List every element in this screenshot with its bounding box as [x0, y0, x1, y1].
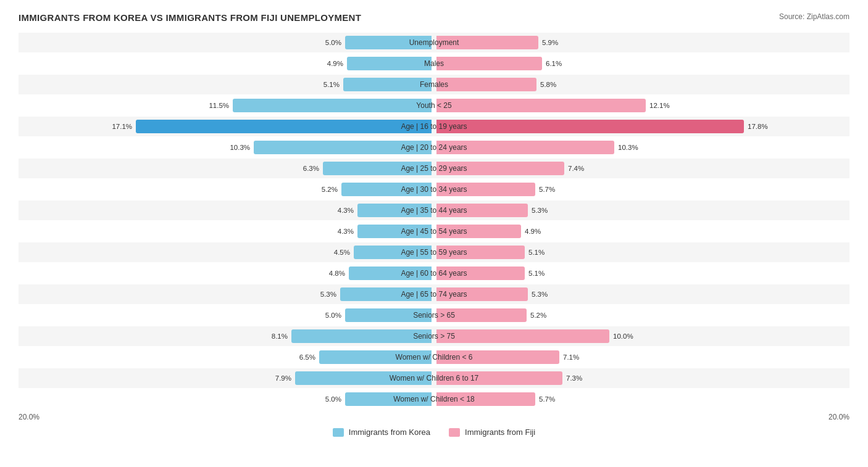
table-row: 4.8% Age | 60 to 64 years 5.1% [19, 263, 849, 283]
chart-header: IMMIGRANTS FROM KOREA VS IMMIGRANTS FROM… [19, 12, 849, 23]
right-section: 6.1% [434, 54, 849, 73]
left-value: 4.3% [338, 228, 354, 235]
right-bar [436, 57, 542, 70]
left-value: 8.1% [272, 333, 288, 340]
right-section: 7.4% [434, 159, 849, 178]
right-bar [436, 392, 535, 406]
left-section: 17.1% [19, 117, 434, 136]
left-value: 5.3% [320, 291, 336, 298]
right-section: 5.9% [434, 33, 849, 52]
right-value: 6.1% [546, 60, 562, 67]
right-value: 7.3% [566, 374, 582, 382]
left-bar [347, 57, 432, 70]
left-section: 4.8% [19, 263, 434, 283]
right-bar [436, 267, 525, 280]
table-row: 6.3% Age | 25 to 29 years 7.4% [19, 159, 849, 178]
left-value: 4.5% [334, 249, 350, 256]
left-value: 5.0% [325, 395, 341, 403]
table-row: 4.3% Age | 35 to 44 years 5.3% [19, 200, 849, 220]
left-bar [354, 246, 432, 259]
right-bar [436, 350, 559, 364]
right-section: 10.0% [434, 326, 849, 346]
right-bar [436, 329, 609, 343]
table-row: 5.3% Age | 65 to 74 years 5.3% [19, 284, 849, 304]
left-value: 11.5% [209, 102, 229, 109]
left-value: 5.2% [322, 186, 338, 193]
right-section: 5.1% [434, 242, 849, 262]
right-bar [436, 78, 536, 91]
right-value: 5.7% [539, 186, 555, 193]
left-section: 6.5% [19, 347, 434, 367]
table-row: 5.1% Females 5.8% [19, 75, 849, 94]
legend-color-fiji [449, 428, 460, 437]
right-bar [436, 287, 528, 301]
left-bar [345, 392, 432, 406]
right-section: 17.8% [434, 117, 849, 136]
left-section: 4.9% [19, 54, 434, 73]
right-section: 5.3% [434, 200, 849, 220]
left-bar [323, 162, 432, 175]
left-bar [233, 99, 432, 112]
left-section: 5.2% [19, 180, 434, 199]
legend-label-korea: Immigrants from Korea [349, 428, 430, 437]
left-section: 5.0% [19, 305, 434, 325]
left-bar [319, 350, 432, 364]
table-row: 17.1% Age | 16 to 19 years 17.8% [19, 117, 849, 136]
left-section: 6.3% [19, 159, 434, 178]
left-value: 7.9% [275, 374, 291, 382]
right-section: 5.3% [434, 284, 849, 304]
chart-container: IMMIGRANTS FROM KOREA VS IMMIGRANTS FROM… [19, 12, 849, 437]
right-section: 5.1% [434, 263, 849, 283]
left-value: 5.0% [325, 312, 341, 319]
right-value: 5.2% [530, 312, 546, 319]
table-row: 8.1% Seniors > 75 10.0% [19, 326, 849, 346]
right-bar [436, 162, 564, 175]
left-bar [340, 287, 432, 301]
right-section: 5.7% [434, 180, 849, 199]
right-section: 12.1% [434, 96, 849, 115]
left-value: 5.1% [323, 81, 340, 88]
right-section: 5.8% [434, 75, 849, 94]
axis-left: 20.0% [19, 413, 434, 421]
right-bar [436, 204, 528, 217]
left-bar [345, 308, 432, 322]
left-section: 7.9% [19, 368, 434, 388]
right-value: 4.9% [525, 228, 541, 235]
legend-color-korea [333, 428, 344, 437]
left-section: 5.1% [19, 75, 434, 94]
right-bar [436, 371, 562, 385]
legend-label-fiji: Immigrants from Fiji [465, 428, 535, 437]
table-row: 11.5% Youth < 25 12.1% [19, 96, 849, 115]
right-bar [436, 308, 527, 322]
right-value: 7.4% [568, 165, 584, 172]
left-section: 5.0% [19, 389, 434, 409]
left-bar [343, 78, 432, 91]
left-section: 5.3% [19, 284, 434, 304]
right-value: 5.9% [542, 39, 558, 46]
right-value: 5.1% [528, 249, 545, 256]
left-value: 10.3% [230, 144, 250, 151]
left-value: 5.0% [325, 39, 341, 46]
left-value: 6.3% [303, 165, 319, 172]
right-bar [436, 120, 744, 133]
left-bar [136, 120, 432, 133]
right-section: 7.1% [434, 347, 849, 367]
right-bar [436, 246, 525, 259]
left-value: 4.8% [329, 270, 345, 277]
left-section: 5.0% [19, 33, 434, 52]
table-row: 4.3% Age | 45 to 54 years 4.9% [19, 221, 849, 241]
right-bar [436, 36, 538, 49]
legend-item-fiji: Immigrants from Fiji [449, 428, 535, 437]
left-bar [291, 329, 432, 343]
left-value: 4.9% [327, 60, 343, 67]
left-section: 4.3% [19, 221, 434, 241]
right-value: 5.7% [539, 395, 555, 403]
left-bar [295, 371, 432, 385]
chart-title: IMMIGRANTS FROM KOREA VS IMMIGRANTS FROM… [19, 12, 361, 23]
table-row: 5.0% Women w/ Children < 18 5.7% [19, 389, 849, 409]
left-bar [357, 204, 432, 217]
right-section: 5.7% [434, 389, 849, 409]
left-section: 10.3% [19, 138, 434, 157]
left-value: 4.3% [338, 207, 354, 214]
right-section: 7.3% [434, 368, 849, 388]
